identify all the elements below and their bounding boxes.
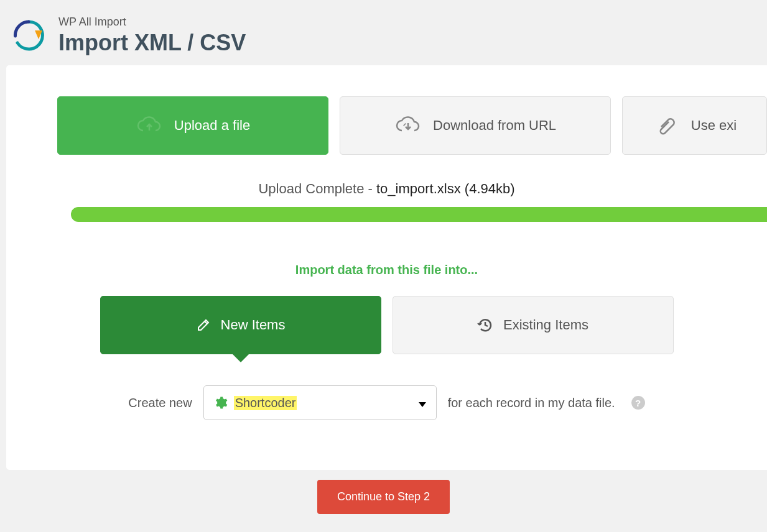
- page-header: WP All Import Import XML / CSV: [0, 0, 767, 65]
- choice-new-items[interactable]: New Items: [100, 296, 381, 354]
- import-panel: Upload a file Download from URL Use exi …: [6, 65, 767, 470]
- create-label-after: for each record in my data file.: [448, 396, 615, 410]
- tab-download-label: Download from URL: [433, 117, 556, 134]
- gear-icon: [214, 396, 228, 410]
- caret-down-icon: [419, 396, 426, 410]
- upload-status-prefix: Upload Complete -: [258, 181, 376, 196]
- progress-bar: [71, 207, 767, 222]
- upload-status: Upload Complete - to_import.xlsx (4.94kb…: [6, 181, 767, 197]
- tab-existing-label: Use exi: [691, 117, 737, 134]
- cloud-upload-icon: [136, 116, 163, 135]
- attachment-icon: [653, 116, 680, 135]
- create-row: Create new Shortcoder for each record in…: [6, 385, 767, 420]
- tab-use-existing[interactable]: Use exi: [622, 96, 767, 155]
- tab-download-url[interactable]: Download from URL: [340, 96, 611, 155]
- upload-filename: to_import.xlsx (4.94kb): [376, 181, 515, 196]
- page-title: Import XML / CSV: [58, 30, 246, 56]
- choice-new-label: New Items: [221, 317, 286, 333]
- continue-button[interactable]: Continue to Step 2: [317, 480, 450, 514]
- tab-upload-file[interactable]: Upload a file: [57, 96, 328, 155]
- history-icon: [477, 317, 493, 333]
- select-value: Shortcoder: [234, 396, 297, 410]
- create-label-before: Create new: [128, 396, 192, 410]
- choice-existing-items[interactable]: Existing Items: [393, 296, 674, 354]
- tab-upload-label: Upload a file: [174, 117, 250, 134]
- app-logo: [11, 18, 46, 53]
- help-icon[interactable]: ?: [631, 396, 645, 410]
- cloud-download-icon: [394, 116, 422, 135]
- header-subtitle: WP All Import: [58, 16, 246, 29]
- choice-existing-label: Existing Items: [503, 317, 588, 333]
- post-type-select[interactable]: Shortcoder: [203, 385, 437, 420]
- pencil-icon: [196, 318, 211, 332]
- import-prompt: Import data from this file into...: [6, 263, 767, 277]
- choice-tabs: New Items Existing Items: [6, 296, 767, 354]
- source-tabs: Upload a file Download from URL Use exi: [6, 96, 767, 155]
